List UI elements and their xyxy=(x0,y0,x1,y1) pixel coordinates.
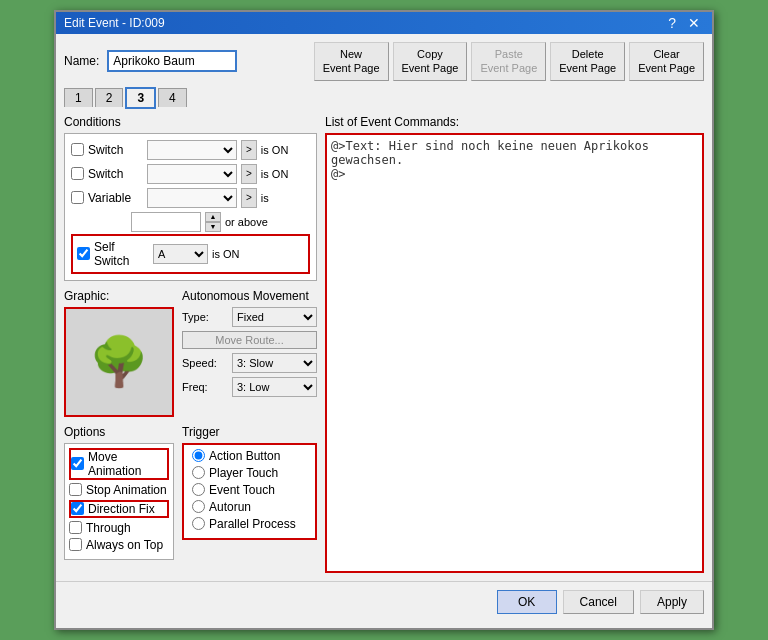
options-trigger-area: Options Move Animation Stop Animation xyxy=(64,425,317,560)
conditions-box: Switch > is ON Switch > is ON xyxy=(64,133,317,281)
self-switch-ison: is ON xyxy=(212,248,240,260)
stop-animation-checkbox[interactable] xyxy=(69,483,82,496)
move-animation-label: Move Animation xyxy=(88,450,167,478)
event-cmd-line-1: @>Text: Hier sind noch keine neuen Aprik… xyxy=(331,139,698,167)
speed-select[interactable]: 1: x8 Slower 2: x4 Slower 3: Slow 4: Fas… xyxy=(232,353,317,373)
self-switch-select[interactable]: A B C D xyxy=(153,244,208,264)
ok-button[interactable]: OK xyxy=(497,590,557,614)
action-button-label: Action Button xyxy=(209,449,280,463)
cancel-button[interactable]: Cancel xyxy=(563,590,634,614)
type-select[interactable]: Fixed Random Approach Custom xyxy=(232,307,317,327)
autorun-radio[interactable] xyxy=(192,500,205,513)
player-touch-label: Player Touch xyxy=(209,466,278,480)
options-label: Options xyxy=(64,425,174,439)
move-animation-checkbox[interactable] xyxy=(71,457,84,470)
through-checkbox[interactable] xyxy=(69,521,82,534)
or-above-text: or above xyxy=(225,216,268,228)
variable-select[interactable] xyxy=(147,188,237,208)
variable-value-input[interactable] xyxy=(131,212,201,232)
switch2-checkbox[interactable] xyxy=(71,167,84,180)
action-button-radio[interactable] xyxy=(192,449,205,462)
variable-spinner: ▲ ▼ xyxy=(205,212,221,232)
title-controls: ? ✕ xyxy=(664,16,704,30)
toolbar: NewEvent Page CopyEvent Page PasteEvent … xyxy=(314,42,704,81)
through-label: Through xyxy=(86,521,131,535)
direction-fix-checkbox[interactable] xyxy=(71,502,84,515)
autorun-label: Autorun xyxy=(209,500,251,514)
stop-animation-row: Stop Animation xyxy=(69,483,169,497)
self-switch-checkbox[interactable] xyxy=(77,247,90,260)
autorun-row: Autorun xyxy=(192,500,307,514)
switch1-arrow-button[interactable]: > xyxy=(241,140,257,160)
tab-2[interactable]: 2 xyxy=(95,88,124,107)
tree-graphic: 🌳 xyxy=(89,334,149,390)
event-commands-box[interactable]: @>Text: Hier sind noch keine neuen Aprik… xyxy=(325,133,704,573)
move-animation-row: Move Animation xyxy=(69,448,169,480)
name-toolbar-row: Name: NewEvent Page CopyEvent Page Paste… xyxy=(64,42,704,81)
through-row: Through xyxy=(69,521,169,535)
close-button[interactable]: ✕ xyxy=(684,16,704,30)
apply-button[interactable]: Apply xyxy=(640,590,704,614)
move-route-button[interactable]: Move Route... xyxy=(182,331,317,349)
self-switch-row: SelfSwitch A B C D is ON xyxy=(71,234,310,274)
trigger-section: Trigger Action Button Player Touch xyxy=(182,425,317,560)
always-on-top-row: Always on Top xyxy=(69,538,169,552)
copy-event-page-button[interactable]: CopyEvent Page xyxy=(393,42,468,81)
always-on-top-checkbox[interactable] xyxy=(69,538,82,551)
always-on-top-label: Always on Top xyxy=(86,538,163,552)
parallel-process-radio[interactable] xyxy=(192,517,205,530)
event-cmd-line-2: @> xyxy=(331,167,698,181)
graphic-autonomous-area: Graphic: 🌳 Autonomous Movement Type: Fix… xyxy=(64,289,317,417)
speed-row: Speed: 1: x8 Slower 2: x4 Slower 3: Slow… xyxy=(182,353,317,373)
graphic-label: Graphic: xyxy=(64,289,174,303)
player-touch-radio[interactable] xyxy=(192,466,205,479)
tab-4[interactable]: 4 xyxy=(158,88,187,107)
freq-select[interactable]: 1: Lowest 2: Lower 3: Low 4: High 5: Hig… xyxy=(232,377,317,397)
help-button[interactable]: ? xyxy=(664,16,680,30)
parallel-process-label: Parallel Process xyxy=(209,517,296,531)
switch1-label: Switch xyxy=(88,143,143,157)
variable-arrow-button[interactable]: > xyxy=(241,188,257,208)
graphic-section: Graphic: 🌳 xyxy=(64,289,174,417)
paste-event-page-button[interactable]: PasteEvent Page xyxy=(471,42,546,81)
clear-event-page-button[interactable]: ClearEvent Page xyxy=(629,42,704,81)
switch2-label: Switch xyxy=(88,167,143,181)
variable-is: is xyxy=(261,192,269,204)
switch1-select[interactable] xyxy=(147,140,237,160)
name-label: Name: xyxy=(64,54,99,68)
event-commands-label: List of Event Commands: xyxy=(325,115,704,129)
tab-1[interactable]: 1 xyxy=(64,88,93,107)
dialog-title: Edit Event - ID:009 xyxy=(64,16,165,30)
conditions-label: Conditions xyxy=(64,115,317,129)
direction-fix-row: Direction Fix xyxy=(69,500,169,518)
new-event-page-button[interactable]: NewEvent Page xyxy=(314,42,389,81)
type-label: Type: xyxy=(182,311,228,323)
direction-fix-label: Direction Fix xyxy=(88,502,155,516)
stop-animation-label: Stop Animation xyxy=(86,483,167,497)
title-bar: Edit Event - ID:009 ? ✕ xyxy=(56,12,712,34)
trigger-box: Action Button Player Touch Event Touch xyxy=(182,443,317,540)
switch2-select[interactable] xyxy=(147,164,237,184)
event-touch-radio[interactable] xyxy=(192,483,205,496)
options-box: Move Animation Stop Animation Direction … xyxy=(64,443,174,560)
delete-event-page-button[interactable]: DeleteEvent Page xyxy=(550,42,625,81)
dialog-body: Name: NewEvent Page CopyEvent Page Paste… xyxy=(56,34,712,581)
switch1-checkbox[interactable] xyxy=(71,143,84,156)
spinner-down-button[interactable]: ▼ xyxy=(205,222,221,232)
variable-checkbox[interactable] xyxy=(71,191,84,204)
event-touch-label: Event Touch xyxy=(209,483,275,497)
speed-label: Speed: xyxy=(182,357,228,369)
autonomous-section: Autonomous Movement Type: Fixed Random A… xyxy=(182,289,317,417)
name-input[interactable] xyxy=(107,50,237,72)
tab-3[interactable]: 3 xyxy=(125,87,156,109)
spinner-up-button[interactable]: ▲ xyxy=(205,212,221,222)
switch2-arrow-button[interactable]: > xyxy=(241,164,257,184)
auto-type-row: Type: Fixed Random Approach Custom xyxy=(182,307,317,327)
parallel-process-row: Parallel Process xyxy=(192,517,307,531)
self-switch-label: SelfSwitch xyxy=(94,240,149,268)
main-dialog: Edit Event - ID:009 ? ✕ Name: NewEvent P… xyxy=(54,10,714,630)
player-touch-row: Player Touch xyxy=(192,466,307,480)
switch1-row: Switch > is ON xyxy=(71,140,310,160)
graphic-box[interactable]: 🌳 xyxy=(64,307,174,417)
switch1-ison: is ON xyxy=(261,144,289,156)
